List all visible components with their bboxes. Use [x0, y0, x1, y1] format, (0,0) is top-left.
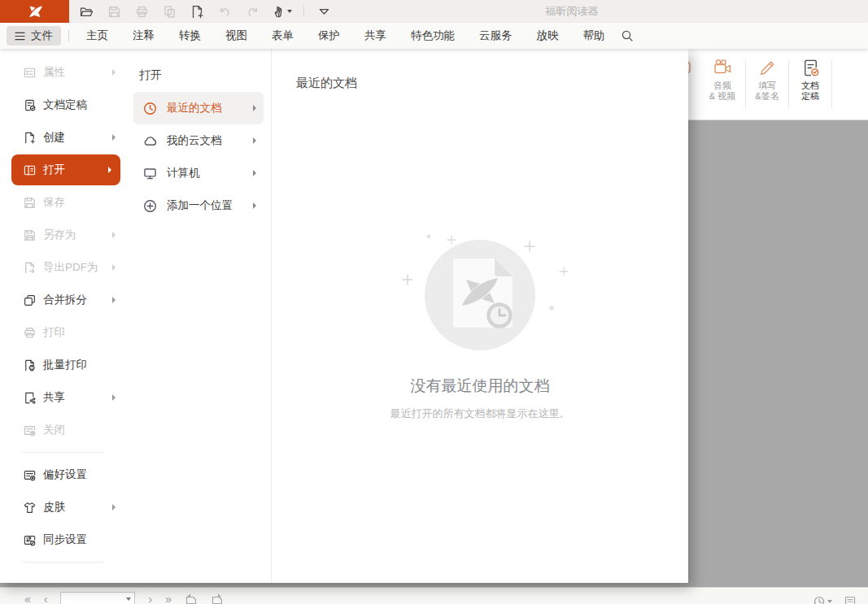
tab-presentation[interactable]: 放映	[525, 23, 571, 49]
foxit-logo[interactable]	[0, 0, 69, 23]
last-page-button[interactable]: »	[165, 593, 172, 604]
tab-view[interactable]: 视图	[213, 23, 260, 49]
merge-split-icon	[22, 293, 37, 307]
prev-page-button[interactable]: ‹	[44, 593, 48, 604]
open-item-add-place[interactable]: 添加一个位置	[133, 189, 264, 222]
open-item-computer[interactable]: 计算机	[133, 157, 264, 189]
ribbon-tabs: 主页 注释 转换 视图 表单 保护 共享 特色功能 云服务 放映 帮助	[74, 23, 617, 49]
menu-item-document-finalize[interactable]: 文档定稿	[0, 89, 126, 121]
menu-item-properties[interactable]: 属性	[0, 56, 126, 89]
pencil-icon	[757, 55, 778, 78]
share-icon	[22, 390, 37, 405]
menu-item-merge-split[interactable]: 合并拆分	[0, 284, 126, 316]
tab-features[interactable]: 特色功能	[399, 23, 467, 49]
foxit-logo-icon	[26, 3, 44, 20]
menubar: 文件 主页 注释 转换 视图 表单 保护 共享 特色功能 云服务 放映 帮助	[0, 23, 868, 49]
properties-icon	[22, 65, 37, 80]
hamburger-icon	[15, 32, 25, 41]
ribbon-separator	[745, 60, 746, 109]
create-document-icon	[22, 130, 37, 145]
copy-page-icon[interactable]	[161, 3, 177, 20]
menu-item-print[interactable]: 打印	[0, 316, 126, 349]
empty-state-subtitle: 最近打开的所有文档都将显示在这里。	[272, 406, 688, 421]
menu-item-export-pdf[interactable]: 导出PDF为	[0, 251, 126, 284]
customize-toolbar-icon[interactable]	[316, 3, 332, 20]
menu-item-close[interactable]: 关闭	[0, 414, 126, 446]
document-finalize-icon	[800, 55, 821, 78]
tab-cloud[interactable]: 云服务	[467, 23, 525, 49]
tab-form[interactable]: 表单	[260, 23, 306, 49]
print-icon	[22, 325, 37, 340]
ribbon-separator	[788, 60, 789, 109]
sync-settings-icon	[22, 532, 37, 547]
save-icon[interactable]	[106, 3, 122, 20]
search-icon[interactable]	[621, 29, 634, 42]
previous-view-icon[interactable]	[185, 593, 198, 604]
redo-icon[interactable]	[244, 3, 260, 20]
document-finalize-label: 文档定稿	[801, 80, 819, 102]
tab-convert[interactable]: 转换	[167, 23, 213, 49]
menu-item-save[interactable]: 保存	[0, 186, 126, 219]
new-document-icon[interactable]	[189, 3, 205, 20]
menu-divider	[23, 452, 103, 453]
cloud-icon	[142, 133, 158, 149]
add-place-icon	[142, 198, 158, 214]
undo-icon[interactable]	[216, 3, 233, 20]
save-icon	[22, 195, 37, 210]
document-finalize-icon	[22, 98, 37, 112]
fill-sign-label: 填写&签名	[755, 80, 779, 102]
menu-item-batch-print[interactable]: 批量打印	[0, 349, 126, 381]
recent-documents-panel: 最近的文档	[272, 49, 688, 583]
hand-tool-icon[interactable]	[272, 3, 292, 20]
first-page-button[interactable]: «	[24, 593, 31, 604]
audio-video-label: 音频& 视频	[709, 80, 735, 102]
page-number-combo[interactable]	[60, 592, 135, 604]
statusbar: « ‹ › »	[0, 587, 868, 604]
ribbon-separator	[831, 60, 832, 109]
menu-item-open[interactable]: 打开	[11, 154, 120, 185]
reading-time-button[interactable]	[813, 595, 832, 604]
submenu-arrow-icon	[253, 137, 256, 144]
tab-share[interactable]: 共享	[352, 23, 399, 49]
clock-badge-icon	[489, 305, 511, 327]
fill-sign-button[interactable]: 填写&签名	[748, 55, 786, 102]
tab-comment[interactable]: 注释	[120, 23, 167, 49]
menu-item-create[interactable]: 创建	[0, 121, 126, 154]
menu-item-sync-settings[interactable]: 同步设置	[0, 524, 126, 556]
open-folder-icon[interactable]	[78, 3, 94, 20]
menu-item-save-as[interactable]: 另存为	[0, 219, 126, 251]
menu-item-skin[interactable]: 皮肤	[0, 491, 126, 524]
audio-video-button[interactable]: 音频& 视频	[701, 55, 744, 102]
file-menu-sidebar: 属性 文档定稿 创建 打开 保存	[0, 49, 126, 583]
menu-item-preferences[interactable]: 偏好设置	[0, 458, 126, 491]
open-item-cloud-documents[interactable]: 我的云文档	[133, 124, 264, 157]
submenu-arrow-icon	[112, 134, 116, 141]
next-view-icon[interactable]	[211, 593, 224, 604]
file-menu-button[interactable]: 文件	[7, 26, 61, 46]
close-document-icon	[22, 423, 37, 437]
quick-access-toolbar	[78, 0, 332, 23]
toolbar-separator	[303, 6, 304, 17]
view-mode-icon[interactable]	[844, 595, 857, 604]
menubar-separator	[68, 30, 69, 42]
submenu-arrow-icon	[253, 105, 256, 111]
document-finalize-button[interactable]: 文档定稿	[792, 55, 829, 102]
tab-home[interactable]: 主页	[74, 23, 120, 49]
submenu-arrow-icon	[253, 202, 256, 209]
combo-dropdown-icon	[126, 597, 131, 601]
submenu-arrow-icon	[112, 232, 116, 238]
tab-protect[interactable]: 保护	[306, 23, 352, 49]
tab-help[interactable]: 帮助	[571, 23, 617, 49]
hand-tool-dropdown[interactable]	[287, 10, 292, 13]
open-item-recent-documents[interactable]: 最近的文档	[133, 92, 264, 124]
print-icon[interactable]	[133, 3, 150, 20]
menu-divider	[23, 562, 103, 563]
file-menu-overlay: 属性 文档定稿 创建 打开 保存	[0, 49, 688, 583]
export-pdf-icon	[22, 260, 37, 275]
video-camera-icon	[712, 55, 733, 78]
next-page-button[interactable]: ›	[148, 593, 152, 604]
recent-documents-title: 最近的文档	[296, 76, 357, 91]
menu-item-share[interactable]: 共享	[0, 381, 126, 414]
app-title: 福昕阅读器	[546, 0, 599, 23]
save-as-icon	[22, 228, 37, 242]
